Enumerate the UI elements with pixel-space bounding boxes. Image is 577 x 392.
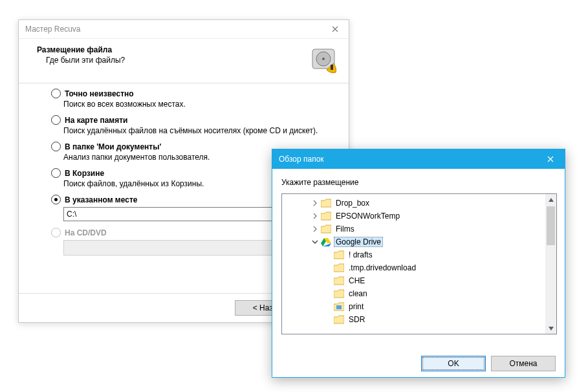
- label-specified[interactable]: В указанном месте: [65, 195, 137, 204]
- radio-recycle[interactable]: [51, 168, 61, 178]
- radio-card[interactable]: [51, 115, 61, 125]
- option-unknown: Точно неизвестно Поиск во всех возможных…: [51, 89, 331, 109]
- tree-item[interactable]: EPSONWorkTemp: [282, 210, 545, 223]
- chevron-right-icon[interactable]: [310, 212, 320, 221]
- tree-item[interactable]: Films: [282, 223, 545, 235]
- chevron-right-icon[interactable]: [310, 199, 320, 208]
- tree-item[interactable]: Drop_box: [282, 197, 545, 210]
- wizard-subheading: Где были эти файлы?: [37, 56, 309, 65]
- close-icon: [332, 26, 338, 32]
- radio-cddvd: [51, 228, 61, 237]
- wizard-titlebar[interactable]: Мастер Recuva: [19, 20, 349, 39]
- wizard-close-button[interactable]: [325, 22, 345, 36]
- tree-item[interactable]: clean: [282, 287, 545, 300]
- desc-card: Поиск удалённых файлов на съёмных носите…: [63, 126, 331, 135]
- label-card[interactable]: На карте памяти: [65, 116, 127, 125]
- cancel-button[interactable]: Отмена: [491, 356, 556, 371]
- tree-item-label: CHE: [347, 276, 367, 286]
- folder-icon: [334, 263, 344, 272]
- tree-item[interactable]: ! drafts: [282, 248, 545, 261]
- browse-instruction: Укажите размещение: [272, 169, 565, 193]
- tree-item[interactable]: Google Drive: [282, 235, 545, 248]
- svg-rect-3: [331, 65, 333, 70]
- tree-item[interactable]: CHE: [282, 274, 545, 287]
- folder-icon: [321, 224, 331, 234]
- scroll-thumb[interactable]: [547, 206, 555, 245]
- tree-item-label: .tmp.drivedownload: [347, 263, 418, 273]
- browse-footer: OK Отмена: [272, 350, 565, 377]
- label-recycle[interactable]: В Корзине: [65, 169, 104, 178]
- tree-item-label: clean: [347, 289, 369, 299]
- tree-item-label: EPSONWorkTemp: [334, 211, 402, 221]
- scroll-down-button[interactable]: [545, 323, 556, 334]
- browse-folder-dialog: Обзор папок Укажите размещение Drop_boxE…: [272, 149, 565, 378]
- tree-item[interactable]: .tmp.drivedownload: [282, 261, 545, 274]
- label-documents[interactable]: В папке 'Мои документы': [65, 142, 161, 151]
- tree-item-label: Drop_box: [334, 198, 371, 208]
- folder-tree-box: Drop_boxEPSONWorkTempFilmsGoogle Drive! …: [281, 193, 557, 334]
- desc-unknown: Поиск во всех возможных местах.: [63, 100, 331, 109]
- tree-item-label: Films: [334, 224, 356, 234]
- option-card: На карте памяти Поиск удалённых файлов н…: [51, 115, 331, 135]
- radio-unknown[interactable]: [51, 89, 61, 98]
- chevron-right-icon[interactable]: [310, 224, 320, 234]
- folder-icon: [334, 289, 344, 298]
- close-icon: [547, 156, 554, 162]
- svg-point-2: [322, 58, 325, 60]
- hard-drive-icon: [309, 45, 340, 76]
- browse-close-button[interactable]: [536, 149, 565, 169]
- folder-icon: [321, 212, 331, 221]
- tree-item[interactable]: print: [282, 300, 545, 313]
- label-cddvd: На CD/DVD: [65, 228, 107, 237]
- cddvd-dropdown-disabled: [63, 240, 305, 256]
- radio-specified[interactable]: [51, 195, 61, 204]
- ok-button[interactable]: OK: [421, 356, 486, 371]
- folder-icon: [334, 315, 344, 324]
- folder-icon: [334, 250, 344, 259]
- label-unknown[interactable]: Точно неизвестно: [65, 89, 134, 98]
- browse-title: Обзор папок: [279, 155, 536, 164]
- wizard-heading: Размещение файла: [37, 45, 309, 54]
- browse-titlebar[interactable]: Обзор папок: [272, 149, 565, 169]
- tree-item-label: ! drafts: [347, 250, 375, 260]
- tree-item-label: Google Drive: [334, 237, 383, 247]
- chevron-down-icon[interactable]: [310, 237, 320, 246]
- folder-icon: [321, 199, 331, 208]
- folder-tree[interactable]: Drop_boxEPSONWorkTempFilmsGoogle Drive! …: [282, 194, 545, 334]
- svg-rect-4: [336, 305, 342, 309]
- tree-item[interactable]: SDR: [282, 313, 545, 326]
- scroll-track[interactable]: [545, 205, 556, 323]
- radio-documents[interactable]: [51, 142, 61, 151]
- tree-item-label: SDR: [347, 314, 367, 325]
- google-drive-icon: [321, 237, 331, 246]
- tree-scrollbar[interactable]: [545, 194, 556, 334]
- folder-icon: [334, 276, 344, 285]
- wizard-header: Размещение файла Где были эти файлы?: [19, 39, 349, 83]
- wizard-title: Мастер Recuva: [25, 25, 325, 34]
- tree-item-label: print: [347, 301, 365, 312]
- scroll-up-button[interactable]: [545, 194, 556, 205]
- folder-icon: [334, 302, 344, 311]
